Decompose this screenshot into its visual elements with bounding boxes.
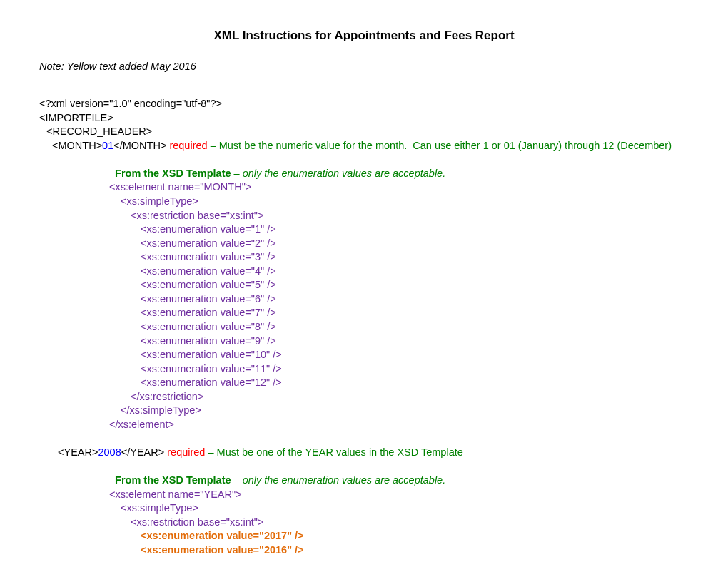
month-close: </MONTH>: [113, 139, 169, 153]
month-enum: <xs:enumeration value="12" />: [39, 376, 689, 390]
month-enum: <xs:enumeration value="7" />: [39, 306, 689, 320]
month-enum: <xs:enumeration value="6" />: [39, 292, 689, 307]
month-line: <MONTH>01</MONTH> required – Must be the…: [39, 139, 689, 153]
required-label: required: [167, 446, 208, 458]
simpletype-open: <xs:simpleType>: [39, 501, 689, 516]
page-title: XML Instructions for Appointments and Fe…: [39, 29, 689, 43]
xsd-from: From the XSD Template: [115, 168, 234, 179]
restriction-open: <xs:restriction base="xs:int">: [39, 209, 689, 223]
month-element: <xs:element name="MONTH">: [39, 180, 689, 195]
xsd-template-note: From the XSD Template – only the enumera…: [39, 153, 689, 180]
blank-line: [39, 558, 689, 562]
xsd-template-note: From the XSD Template – only the enumera…: [39, 460, 689, 488]
simpletype-close: </xs:simpleType>: [39, 404, 689, 418]
xml-declaration: <?xml version="1.0" encoding="utf-8"?>: [39, 97, 689, 111]
importfile-tag: <IMPORTFILE>: [39, 111, 689, 126]
xsd-from: From the XSD Template: [115, 474, 234, 486]
year-note: – Must be one of the YEAR values in the …: [208, 446, 462, 458]
month-enum: <xs:enumeration value="5" />: [39, 278, 689, 292]
month-enum: <xs:enumeration value="3" />: [39, 250, 689, 265]
year-value: 2008: [98, 446, 121, 458]
restriction-close: </xs:restriction>: [39, 390, 689, 404]
year-highlight-enum: <xs:enumeration value="2017" />: [39, 529, 689, 543]
month-enum: <xs:enumeration value="4" />: [39, 265, 689, 279]
xsd-note: – only the enumeration values are accept…: [234, 474, 446, 486]
month-enum: <xs:enumeration value="11" />: [39, 362, 689, 377]
simpletype-open: <xs:simpleType>: [39, 195, 689, 209]
month-enum: <xs:enumeration value="2" />: [39, 237, 689, 251]
month-enum: <xs:enumeration value="9" />: [39, 334, 689, 349]
month-value: 01: [102, 139, 113, 153]
month-enum: <xs:enumeration value="1" />: [39, 223, 689, 237]
element-close: </xs:element>: [39, 418, 689, 432]
year-highlight-enum: <xs:enumeration value="2016" />: [39, 543, 689, 558]
year-open: <YEAR>: [58, 446, 98, 458]
year-line: <YEAR>2008</YEAR> required – Must be one…: [39, 432, 689, 460]
month-enum: <xs:enumeration value="10" />: [39, 348, 689, 362]
record-header-tag: <RECORD_HEADER>: [39, 125, 689, 139]
note-text: Note: Yellow text added May 2016: [39, 61, 689, 72]
required-label: required: [169, 139, 210, 153]
year-close: </YEAR>: [121, 446, 167, 458]
restriction-open: <xs:restriction base="xs:int">: [39, 516, 689, 530]
month-open: <MONTH>: [52, 139, 102, 153]
year-element: <xs:element name="YEAR">: [39, 488, 689, 502]
xsd-note: – only the enumeration values are accept…: [234, 168, 446, 179]
month-enum: <xs:enumeration value="8" />: [39, 320, 689, 334]
month-note: – Must be the numeric value for the mont…: [211, 139, 672, 153]
